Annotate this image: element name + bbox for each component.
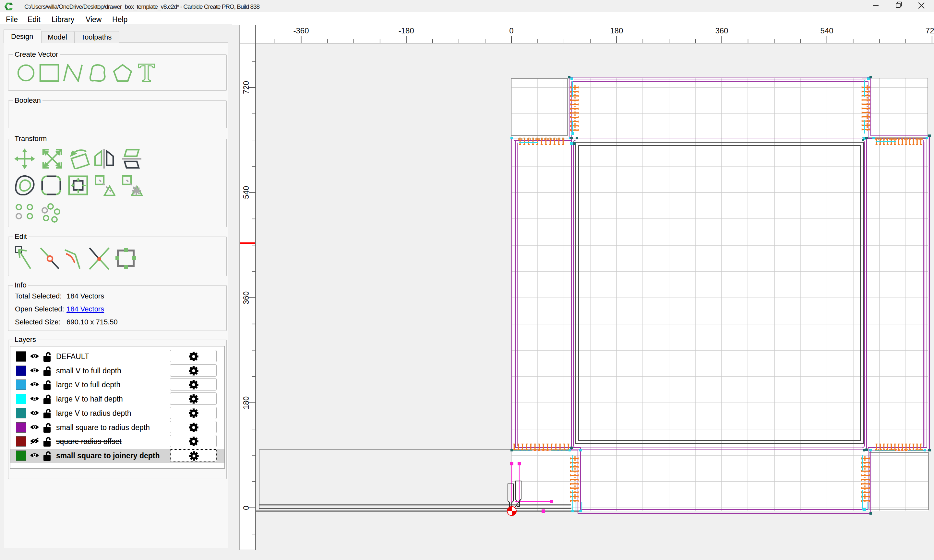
- svg-text:-180: -180: [399, 26, 414, 35]
- svg-text:180: 180: [242, 396, 250, 409]
- svg-text:720: 720: [242, 81, 250, 94]
- svg-text:540: 540: [242, 186, 250, 199]
- svg-text:180: 180: [610, 26, 623, 35]
- svg-text:720: 720: [926, 26, 934, 35]
- svg-text:0: 0: [509, 26, 513, 35]
- svg-text:360: 360: [242, 291, 250, 304]
- svg-text:-360: -360: [293, 26, 309, 35]
- svg-text:0: 0: [242, 506, 250, 510]
- svg-text:360: 360: [715, 26, 728, 35]
- svg-text:540: 540: [820, 26, 834, 35]
